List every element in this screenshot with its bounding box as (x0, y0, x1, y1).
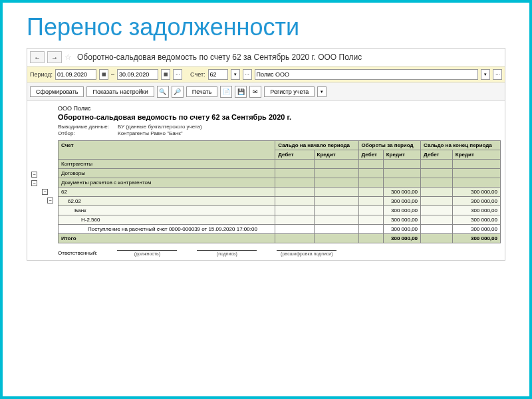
select-icon[interactable]: ⋯ (493, 69, 502, 80)
org-input[interactable] (255, 69, 478, 80)
col-debit: Дебет (275, 150, 314, 160)
cell-value (275, 206, 314, 215)
cell-value (314, 234, 358, 243)
report-title: Оборотно-сальдовая ведомость по счету 62… (58, 113, 501, 121)
cell-value: 300 000,00 (383, 197, 420, 206)
col-debit: Дебет (358, 150, 383, 160)
col-group-start: Сальдо на начало периода (275, 141, 358, 150)
cell-value: 300 000,00 (452, 206, 500, 215)
dropdown-icon[interactable]: ▾ (317, 86, 327, 97)
report-meta: Выводимые данные:БУ (данные бухгалтерско… (58, 124, 501, 130)
signature-block: Ответственный: (должность) (подпись) (ра… (58, 250, 501, 256)
report-area: − − − − ООО Полис Оборотно-сальдовая вед… (27, 101, 505, 260)
preview-icon[interactable]: 📄 (220, 86, 232, 98)
col-account: Счет (59, 141, 275, 160)
date-to-input[interactable] (117, 69, 158, 80)
zoom-out-icon[interactable]: 🔎 (172, 86, 184, 98)
app-window: ← → ☆ Оборотно-сальдовая ведомость по сч… (27, 48, 505, 261)
collapse-button[interactable]: − (42, 189, 48, 195)
report-org: ООО Полис (58, 105, 501, 112)
cell-value (358, 225, 383, 234)
row-label: 62.02 (59, 197, 275, 206)
row-header: Документы расчетов с контрагентом (59, 178, 275, 188)
cell-value (314, 225, 358, 234)
report-table: Счет Сальдо на начало периода Обороты за… (58, 140, 501, 243)
table-row[interactable]: 62.02300 000,00300 000,00 (59, 197, 501, 206)
nav-bar: ← → ☆ Оборотно-сальдовая ведомость по сч… (27, 49, 505, 66)
cell-value (421, 234, 453, 243)
sign-position: (должность) (117, 250, 177, 256)
collapse-button[interactable]: − (31, 180, 37, 186)
forward-button[interactable]: → (47, 51, 62, 63)
cell-value (275, 225, 314, 234)
calendar-icon[interactable]: ▦ (161, 69, 170, 80)
cell-value (358, 215, 383, 225)
cell-value (275, 197, 314, 206)
col-debit: Дебет (421, 150, 453, 160)
register-button[interactable]: Регистр учета (264, 86, 315, 97)
table-row[interactable]: Банк300 000,00300 000,00 (59, 206, 501, 215)
dropdown-icon[interactable]: ▾ (231, 69, 240, 80)
table-row[interactable]: Н-2.560300 000,00300 000,00 (59, 215, 501, 225)
print-button[interactable]: Печать (186, 86, 217, 97)
collapse-button[interactable]: − (47, 198, 53, 203)
cell-value (421, 206, 453, 215)
row-label: Итого (59, 234, 275, 243)
params-bar: Период: ▦ – ▦ ⋯ Счет: ▾ ⋯ ▾ ⋯ (27, 66, 505, 83)
col-group-end: Сальдо на конец периода (421, 141, 501, 150)
period-menu-button[interactable]: ⋯ (173, 69, 182, 80)
row-label: Банк (59, 206, 275, 215)
document-title: Оборотно-сальдовая ведомость по счету 62… (77, 53, 362, 62)
row-label: Н-2.560 (59, 215, 275, 225)
date-from-input[interactable] (55, 69, 96, 80)
cell-value (275, 234, 314, 243)
cell-value (421, 215, 453, 225)
cell-value (275, 215, 314, 225)
sign-signature: (подпись) (197, 250, 257, 256)
show-settings-button[interactable]: Показать настройки (86, 86, 154, 97)
generate-button[interactable]: Сформировать (30, 86, 84, 97)
account-label: Счет: (190, 71, 205, 78)
select-icon[interactable]: ⋯ (243, 69, 252, 80)
table-row[interactable]: Поступление на расчетный счет 0000-00003… (59, 225, 501, 234)
email-icon[interactable]: ✉ (249, 86, 261, 98)
cell-value: 300 000,00 (383, 234, 420, 243)
toolbar: Сформировать Показать настройки 🔍 🔎 Печа… (27, 83, 505, 101)
cell-value (358, 188, 383, 197)
row-header: Договоры (59, 169, 275, 178)
cell-value: 300 000,00 (452, 215, 500, 225)
save-icon[interactable]: 💾 (235, 86, 247, 98)
cell-value (358, 234, 383, 243)
account-input[interactable] (208, 69, 228, 80)
table-row[interactable]: Итого300 000,00300 000,00 (59, 234, 501, 243)
cell-value (314, 206, 358, 215)
cell-value: 300 000,00 (383, 206, 420, 215)
cell-value (275, 188, 314, 197)
col-credit: Кредит (383, 150, 420, 160)
row-label: 62 (59, 188, 275, 197)
page-title: Перенос задолженности (0, 0, 532, 48)
cell-value (314, 188, 358, 197)
row-label: Поступление на расчетный счет 0000-00003… (59, 225, 275, 234)
row-header: Контрагенты (59, 160, 275, 169)
col-credit: Кредит (452, 150, 500, 160)
cell-value (421, 225, 453, 234)
favorite-icon[interactable]: ☆ (65, 53, 72, 62)
zoom-in-icon[interactable]: 🔍 (157, 86, 169, 98)
table-row[interactable]: 62300 000,00300 000,00 (59, 188, 501, 197)
cell-value: 300 000,00 (383, 188, 420, 197)
col-credit: Кредит (314, 150, 358, 160)
cell-value: 300 000,00 (383, 225, 420, 234)
cell-value: 300 000,00 (452, 234, 500, 243)
report-meta: Отбор:Контрагенты Равно "Банк" (58, 130, 501, 136)
back-button[interactable]: ← (30, 51, 45, 63)
dropdown-icon[interactable]: ▾ (481, 69, 490, 80)
sign-name: (расшифровка подписи) (277, 250, 336, 256)
cell-value (421, 188, 453, 197)
calendar-icon[interactable]: ▦ (99, 69, 108, 80)
tree-controls: − − − − (31, 105, 58, 256)
col-group-turnover: Обороты за период (358, 141, 421, 150)
collapse-button[interactable]: − (31, 172, 37, 178)
cell-value: 300 000,00 (452, 225, 500, 234)
cell-value (314, 215, 358, 225)
